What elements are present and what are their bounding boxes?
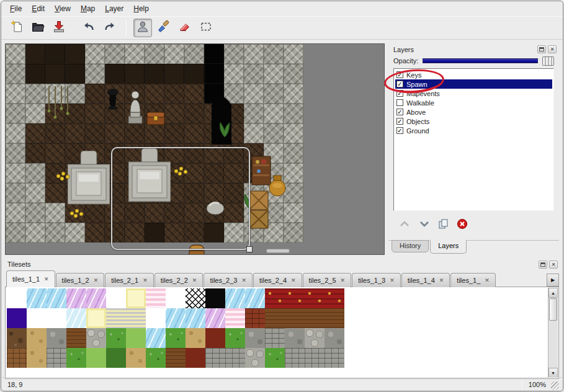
tileset-scrollbar[interactable]: ▲ ▼ (548, 288, 558, 378)
layer-checkbox[interactable]: ✓ (396, 118, 403, 125)
map-tile[interactable] (65, 223, 85, 243)
tileset-tile[interactable] (66, 348, 86, 368)
tileset-tile[interactable] (7, 348, 27, 368)
tileset-tile[interactable] (305, 308, 325, 328)
opacity-slider-handle[interactable] (542, 56, 554, 66)
map-tile[interactable] (85, 104, 105, 123)
map-tile[interactable] (145, 123, 164, 143)
layer-checkbox[interactable]: ✓ (396, 71, 403, 78)
tileset-tile[interactable] (225, 328, 245, 348)
dock-tab-history[interactable]: History (392, 240, 429, 252)
scroll-down-button[interactable]: ▼ (548, 368, 558, 378)
close-panel-button[interactable]: ✕ (548, 45, 557, 53)
toolbar-new-file-button[interactable] (7, 19, 26, 37)
map-tile[interactable] (105, 123, 125, 143)
map-tile[interactable] (25, 203, 45, 223)
tileset-tile[interactable] (66, 308, 86, 328)
tileset-tile[interactable] (86, 328, 106, 348)
close-tab-icon[interactable]: ✕ (241, 278, 246, 283)
tileset-tile[interactable] (325, 288, 344, 308)
map-tile[interactable] (25, 104, 45, 123)
tileset-tile[interactable] (285, 308, 305, 328)
map-tile[interactable] (6, 183, 25, 203)
map-tile[interactable] (85, 64, 105, 84)
map-tile[interactable] (6, 143, 25, 163)
map-tile[interactable] (25, 183, 45, 203)
layer-row-spawn[interactable]: ✓Spawn (395, 79, 552, 89)
tileset-tab-tiles_2_3[interactable]: tiles_2_3✕ (204, 273, 253, 287)
tileset-tile[interactable] (166, 348, 186, 368)
tileset-tab-tiles_1_3[interactable]: tiles_1_3✕ (352, 273, 401, 287)
close-tab-icon[interactable]: ✕ (390, 278, 395, 283)
map-tile[interactable] (45, 223, 65, 243)
map-canvas-area[interactable] (5, 43, 385, 255)
tileset-tile[interactable] (146, 288, 166, 308)
tileset-tile[interactable] (27, 308, 47, 328)
scroll-up-button[interactable]: ▲ (548, 288, 558, 298)
layer-row-ground[interactable]: ✓Ground (395, 126, 552, 135)
layer-move-up-button[interactable] (398, 220, 411, 229)
layer-duplicate-button[interactable] (438, 218, 449, 231)
tileset-tile[interactable] (47, 348, 66, 368)
map-tile[interactable] (65, 44, 85, 64)
map-tile[interactable] (204, 64, 224, 84)
close-tab-icon[interactable]: ✕ (341, 278, 346, 283)
map-tile[interactable] (45, 64, 65, 84)
map-tile[interactable] (284, 84, 303, 104)
tileset-tile[interactable] (325, 348, 344, 368)
opacity-slider[interactable] (423, 58, 538, 63)
tileset-tile[interactable] (285, 288, 305, 308)
tileset-tile[interactable] (106, 288, 126, 308)
map-tile[interactable] (85, 123, 105, 143)
tileset-tile[interactable] (285, 328, 305, 348)
map-tile[interactable] (284, 123, 303, 143)
map-tile[interactable] (25, 143, 45, 163)
map-tile[interactable] (284, 44, 303, 64)
tileset-tile[interactable] (7, 328, 27, 348)
toolbar-select-button[interactable] (197, 19, 215, 37)
tileset-tile[interactable] (305, 348, 325, 368)
toolbar-save-button[interactable] (50, 19, 68, 37)
tileset-tile[interactable] (245, 288, 265, 308)
menu-item-view[interactable]: View (50, 2, 76, 15)
tileset-tile[interactable] (305, 288, 325, 308)
map-tile[interactable] (6, 163, 25, 183)
tileset-tile[interactable] (106, 348, 126, 368)
map-tile[interactable] (224, 44, 244, 64)
tileset-tile[interactable] (66, 288, 86, 308)
close-tab-icon[interactable]: ✕ (291, 278, 296, 283)
map-tile[interactable] (45, 123, 65, 143)
tileset-tile[interactable] (66, 328, 86, 348)
selection-rectangle[interactable] (111, 147, 250, 250)
toolbar-stamp-button[interactable] (133, 19, 152, 37)
tileset-tile[interactable] (325, 328, 344, 348)
map-tile[interactable] (284, 104, 303, 123)
dock-tab-layers[interactable]: Layers (430, 240, 467, 254)
tileset-tile[interactable] (265, 348, 285, 368)
tileset-tile[interactable] (205, 348, 225, 368)
tileset-tile[interactable] (265, 328, 285, 348)
close-tab-icon[interactable]: ✕ (44, 277, 49, 282)
tileset-tile[interactable] (27, 348, 47, 368)
map-tile[interactable] (6, 123, 25, 143)
map-tile[interactable] (244, 104, 264, 123)
map-tile[interactable] (125, 123, 145, 143)
tileset-tile[interactable] (205, 288, 225, 308)
tileset-tab-tiles_2_4[interactable]: tiles_2_4✕ (253, 273, 302, 287)
tileset-tile[interactable] (27, 288, 47, 308)
layer-row-objects[interactable]: ✓Objects (395, 117, 552, 126)
menu-item-map[interactable]: Map (76, 2, 100, 15)
toolbar-open-folder-button[interactable] (29, 19, 47, 37)
tileset-tab-tiles_2_1[interactable]: tiles_2_1✕ (105, 273, 154, 287)
tileset-tile[interactable] (265, 308, 285, 328)
close-tab-icon[interactable]: ✕ (485, 278, 490, 283)
tileset-tile[interactable] (166, 288, 186, 308)
tileset-tile[interactable] (305, 328, 325, 348)
float-panel-button[interactable] (539, 261, 547, 269)
map-tile[interactable] (6, 203, 25, 223)
tileset-tile[interactable] (47, 328, 66, 348)
map-tile[interactable] (125, 64, 145, 84)
layer-checkbox[interactable] (396, 99, 403, 106)
map-canvas[interactable] (6, 44, 303, 243)
map-tile[interactable] (85, 203, 105, 223)
